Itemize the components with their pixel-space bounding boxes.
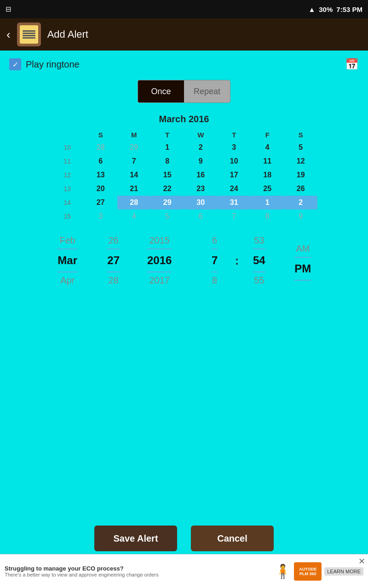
cancel-button[interactable]: Cancel [191, 526, 274, 551]
calendar-day[interactable]: 3 [218, 141, 251, 154]
ad-banner: ✕ Struggling to manage your ECO process?… [0, 554, 368, 588]
day-header-mon: M [117, 129, 151, 141]
once-button[interactable]: Once [138, 80, 184, 102]
week-num-header [51, 129, 84, 141]
pm-option[interactable]: PM [294, 257, 311, 281]
check-icon: ✓ [12, 60, 18, 69]
calendar-day[interactable]: 8 [151, 154, 184, 168]
calendar-day[interactable]: 20 [84, 182, 118, 196]
repeat-button[interactable]: Repeat [184, 80, 230, 102]
ad-logo-line2: PLM 360 [299, 571, 316, 576]
month-next[interactable]: Apr [60, 272, 75, 288]
year-next[interactable]: 2017 [149, 272, 170, 288]
calendar-day[interactable]: 2 [284, 196, 318, 209]
calendar-day[interactable]: 17 [218, 168, 251, 182]
week-number: 13 [51, 182, 84, 196]
calendar-week-row: 1213141516171819 [51, 168, 317, 182]
day-next[interactable]: 28 [109, 272, 119, 288]
calendar-day[interactable]: 15 [151, 168, 184, 182]
back-button[interactable]: ‹ [6, 28, 11, 42]
calendar-day[interactable]: 19 [284, 168, 318, 182]
am-option[interactable]: AM [296, 241, 310, 257]
app-icon-status: ⊟ [6, 5, 12, 13]
calendar-day[interactable]: 3 [84, 209, 118, 223]
calendar-day[interactable]: 29 [151, 196, 184, 209]
calendar-day[interactable]: 9 [284, 209, 318, 223]
calendar-day[interactable]: 12 [284, 154, 318, 168]
minute-prev[interactable]: 53 [254, 232, 264, 249]
calendar-day[interactable]: 14 [117, 168, 151, 182]
calendar-day[interactable]: 24 [218, 182, 251, 196]
ad-logo-block: 🧍 AUTODE PLM 360 LEARN MORE [274, 562, 363, 581]
day-header-sat: S [284, 129, 318, 141]
day-selected[interactable]: 27 [107, 249, 120, 272]
app-header: ‹ Add Alert [0, 18, 368, 51]
week-number: 11 [51, 154, 84, 168]
day-prev[interactable]: 26 [109, 232, 119, 249]
month-prev[interactable]: Feb [59, 232, 75, 249]
calendar-day[interactable]: 13 [84, 168, 118, 182]
minute-next[interactable]: 55 [254, 272, 264, 288]
year-selected[interactable]: 2016 [147, 249, 172, 272]
ad-logo-line1: AUTODE [299, 567, 316, 571]
calendar-day[interactable]: 6 [184, 209, 218, 223]
calendar-day[interactable]: 28 [84, 141, 118, 154]
calendar-day[interactable]: 23 [184, 182, 218, 196]
calendar-day[interactable]: 22 [151, 182, 184, 196]
ad-person-icon: 🧍 [274, 563, 291, 579]
calendar-day[interactable]: 7 [218, 209, 251, 223]
calendar-day[interactable]: 1 [251, 196, 284, 209]
minute-picker: 53 54 55 [241, 232, 277, 288]
calendar-day[interactable]: 2 [184, 141, 218, 154]
ad-logo: AUTODE PLM 360 [294, 562, 322, 581]
calendar-day[interactable]: 28 [117, 196, 151, 209]
calendar-day[interactable]: 7 [117, 154, 151, 168]
calendar-day[interactable]: 5 [284, 141, 318, 154]
status-bar-left: ⊟ [6, 5, 12, 13]
calendar-title: March 2016 [51, 114, 317, 124]
calendar-icon-button[interactable]: 📅 [345, 58, 359, 71]
minute-selected[interactable]: 54 [253, 249, 265, 272]
calendar-day[interactable]: 29 [117, 141, 151, 154]
calendar-day[interactable]: 21 [117, 182, 151, 196]
status-time: 7:53 PM [336, 6, 362, 13]
calendar-day[interactable]: 30 [184, 196, 218, 209]
calendar-day[interactable]: 9 [184, 154, 218, 168]
calendar-day[interactable]: 11 [251, 154, 284, 168]
calendar-day[interactable]: 4 [251, 141, 284, 154]
month-selected[interactable]: Mar [58, 249, 77, 272]
ringtone-checkbox[interactable]: ✓ [9, 58, 21, 70]
month-picker: Feb Mar Apr [49, 232, 86, 288]
calendar-day[interactable]: 1 [151, 141, 184, 154]
pickers-area: Feb Mar Apr 26 27 28 2015 2016 2017 6 7 … [51, 232, 317, 288]
calendar-day[interactable]: 6 [84, 154, 118, 168]
calendar-day[interactable]: 27 [84, 196, 118, 209]
calendar-grid: S M T W T F S 10282912345116789101112121… [51, 129, 317, 223]
bottom-buttons: Save Alert Cancel [0, 526, 368, 551]
calendar-day[interactable]: 10 [218, 154, 251, 168]
hour-prev[interactable]: 6 [212, 232, 217, 249]
calendar-day[interactable]: 31 [218, 196, 251, 209]
ad-close-button[interactable]: ✕ [358, 556, 365, 566]
ad-learn-more[interactable]: LEARN MORE [324, 567, 363, 576]
day-picker: 26 27 28 [95, 232, 132, 288]
calendar-day[interactable]: 25 [251, 182, 284, 196]
hour-next[interactable]: 8 [212, 272, 217, 288]
calendar-day[interactable]: 4 [117, 209, 151, 223]
page-title: Add Alert [47, 28, 88, 40]
calendar-day[interactable]: 26 [284, 182, 318, 196]
ringtone-label: Play ringtone [26, 59, 80, 70]
week-number: 14 [51, 196, 84, 209]
calendar-day[interactable]: 16 [184, 168, 218, 182]
status-bar: ⊟ ▲ 30% 7:53 PM [0, 0, 368, 18]
ad-text: Struggling to manage your ECO process? T… [5, 565, 274, 577]
calendar-day[interactable]: 5 [151, 209, 184, 223]
hour-selected[interactable]: 7 [212, 249, 218, 272]
calendar-day[interactable]: 18 [251, 168, 284, 182]
day-header-wed: W [184, 129, 218, 141]
calendar-header: S M T W T F S [51, 129, 317, 141]
save-alert-button[interactable]: Save Alert [94, 526, 177, 551]
calendar-day[interactable]: 8 [251, 209, 284, 223]
year-prev[interactable]: 2015 [149, 232, 170, 249]
toggle-group: Once Repeat [138, 80, 230, 103]
